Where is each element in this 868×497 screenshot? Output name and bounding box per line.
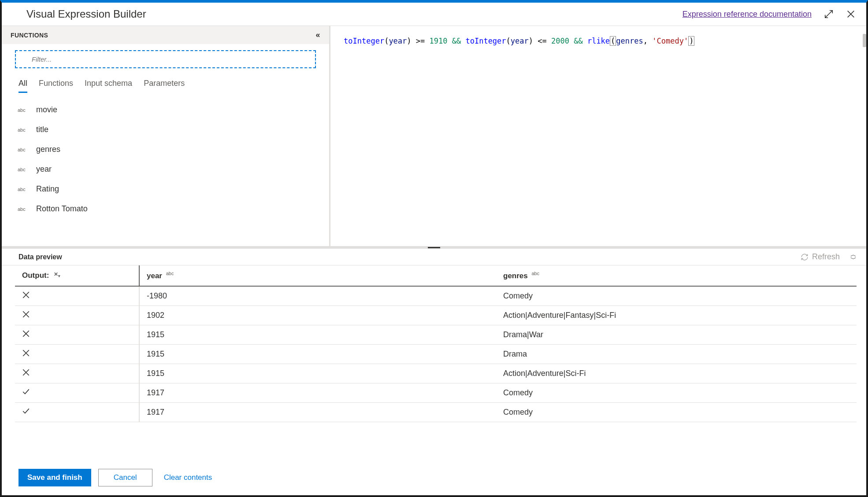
schema-item-name: Rotton Tomato: [36, 204, 88, 214]
table-row: 1917Comedy: [15, 402, 857, 422]
cancel-button[interactable]: Cancel: [98, 469, 152, 486]
documentation-link[interactable]: Expression reference documentation: [683, 10, 812, 19]
page-title: Visual Expression Builder: [26, 8, 146, 20]
schema-item-name: movie: [36, 105, 57, 114]
genres-cell: Comedy: [496, 383, 857, 402]
type-badge: abc: [18, 127, 28, 133]
tab-functions[interactable]: Functions: [39, 79, 73, 93]
refresh-icon: [801, 253, 809, 261]
genres-cell: Drama|War: [496, 325, 857, 344]
output-cell: [15, 364, 139, 383]
type-badge: abc: [18, 206, 28, 212]
header-bar: Visual Expression Builder Expression ref…: [2, 3, 866, 26]
expression-editor[interactable]: toInteger(year) >= 1910 && toInteger(yea…: [330, 26, 866, 246]
check-icon: [22, 388, 30, 396]
output-cell: [15, 306, 139, 325]
year-cell: 1915: [139, 364, 496, 383]
output-cell: [15, 344, 139, 364]
schema-item[interactable]: abcRotton Tomato: [13, 199, 318, 219]
schema-item-name: genres: [36, 145, 60, 154]
x-icon: [22, 349, 30, 357]
schema-item[interactable]: abcmovie: [13, 100, 318, 120]
column-header[interactable]: year abc: [139, 265, 496, 286]
column-header[interactable]: genres abc: [496, 265, 857, 286]
expand-icon[interactable]: [824, 9, 834, 19]
sort-icon[interactable]: ✕▾: [54, 271, 60, 277]
x-icon: [22, 330, 30, 338]
type-badge: abc: [18, 187, 28, 192]
output-cell: [15, 325, 139, 344]
refresh-button[interactable]: Refresh: [801, 252, 840, 261]
main-split: FUNCTIONS « AllFunctionsInput schemaPara…: [2, 26, 866, 246]
year-cell: 1915: [139, 344, 496, 364]
genres-cell: Action|Adventure|Fantasy|Sci-Fi: [496, 306, 857, 325]
genres-cell: Comedy: [496, 286, 857, 306]
collapse-sidebar-icon[interactable]: «: [316, 30, 320, 40]
save-button[interactable]: Save and finish: [19, 469, 91, 486]
genres-cell: Comedy: [496, 402, 857, 422]
check-icon: [22, 407, 30, 415]
schema-item[interactable]: abcRating: [13, 179, 318, 199]
x-icon: [22, 368, 30, 376]
genres-cell: Drama: [496, 344, 857, 364]
table-row: 1902Action|Adventure|Fantasy|Sci-Fi: [15, 306, 857, 325]
header-actions: Expression reference documentation: [683, 9, 856, 19]
year-cell: 1917: [139, 402, 496, 422]
preview-header: Data preview Refresh ︿﹀: [2, 249, 866, 265]
output-cell: [15, 402, 139, 422]
preview-table: Output: ✕▾year abcgenres abc -1980Comedy…: [15, 265, 857, 422]
sidebar-heading: FUNCTIONS «: [2, 26, 329, 44]
preview-expand-toggle[interactable]: ︿﹀: [850, 253, 857, 261]
type-badge: abc: [18, 107, 28, 113]
x-icon: [22, 310, 30, 318]
tab-input-schema[interactable]: Input schema: [85, 79, 132, 93]
close-icon[interactable]: [846, 9, 856, 19]
editor-scrollbar[interactable]: [863, 34, 866, 47]
preview-title: Data preview: [19, 253, 62, 261]
table-row: 1915Drama: [15, 344, 857, 364]
table-row: 1915Action|Adventure|Sci-Fi: [15, 364, 857, 383]
sidebar-tabs: AllFunctionsInput schemaParameters: [2, 71, 329, 93]
schema-list: abcmovieabctitleabcgenresabcyearabcRatin…: [2, 93, 329, 246]
schema-item-name: Rating: [36, 184, 59, 194]
table-row: -1980Comedy: [15, 286, 857, 306]
output-cell: [15, 383, 139, 402]
sidebar-heading-label: FUNCTIONS: [11, 32, 48, 39]
table-row: 1917Comedy: [15, 383, 857, 402]
refresh-label: Refresh: [812, 252, 840, 261]
schema-item[interactable]: abcgenres: [13, 140, 318, 159]
schema-item[interactable]: abcyear: [13, 159, 318, 179]
tab-parameters[interactable]: Parameters: [144, 79, 185, 93]
functions-sidebar: FUNCTIONS « AllFunctionsInput schemaPara…: [2, 26, 330, 246]
year-cell: -1980: [139, 286, 496, 306]
output-cell: [15, 286, 139, 306]
genres-cell: Action|Adventure|Sci-Fi: [496, 364, 857, 383]
type-badge: abc: [18, 167, 28, 172]
filter-input[interactable]: [15, 50, 316, 68]
year-cell: 1902: [139, 306, 496, 325]
column-header[interactable]: Output: ✕▾: [15, 265, 139, 286]
schema-item-name: year: [36, 165, 52, 174]
schema-item-name: title: [36, 125, 48, 134]
schema-item[interactable]: abctitle: [13, 120, 318, 140]
type-badge: abc: [18, 147, 28, 152]
footer-actions: Save and finish Cancel Clear contents: [2, 460, 866, 495]
tab-all[interactable]: All: [19, 79, 27, 93]
expression-code[interactable]: toInteger(year) >= 1910 && toInteger(yea…: [344, 37, 853, 45]
clear-contents-button[interactable]: Clear contents: [164, 473, 212, 482]
preview-table-wrap: Output: ✕▾year abcgenres abc -1980Comedy…: [2, 265, 866, 460]
year-cell: 1915: [139, 325, 496, 344]
table-row: 1915Drama|War: [15, 325, 857, 344]
x-icon: [22, 291, 30, 299]
year-cell: 1917: [139, 383, 496, 402]
